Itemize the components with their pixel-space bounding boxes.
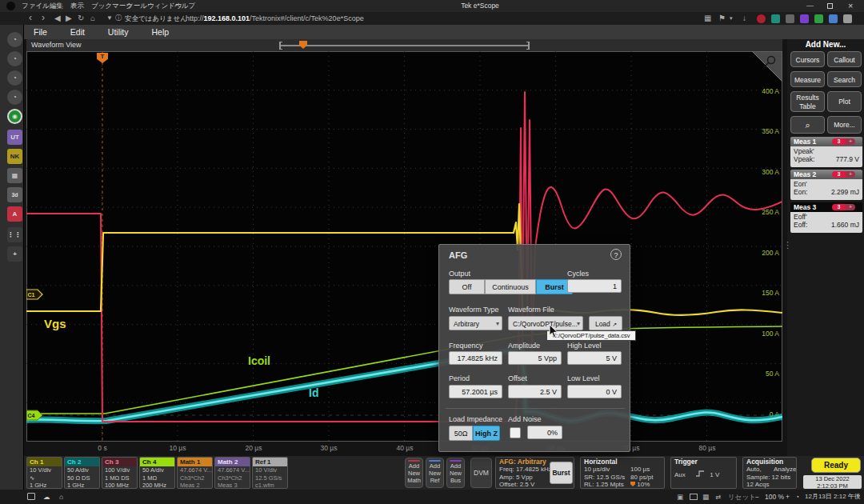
add-new-bus-button[interactable]: Add New Bus — [446, 458, 465, 488]
back-icon[interactable]: ‹ — [29, 11, 32, 24]
add-noise-checkbox[interactable] — [510, 427, 521, 438]
next-icon[interactable]: ▶ — [66, 12, 72, 25]
math1-badge[interactable]: Math 1 47.6674 V... Ch3*Ch2 Meas 2 — [177, 457, 213, 489]
grid-panels-icon[interactable]: ▦ — [704, 12, 711, 25]
callout-button[interactable]: Callout — [827, 51, 862, 67]
ch2-badge[interactable]: Ch 2 50 A/div 50 Ω DS 1 GHz — [64, 457, 100, 489]
high-level-field[interactable]: 5 V — [567, 351, 622, 365]
info-icon[interactable]: ⓘ — [115, 12, 122, 25]
meas1-add-icon[interactable]: + — [846, 138, 855, 145]
help-icon[interactable]: ? — [610, 249, 622, 260]
menu-edit-jp[interactable]: 編集 — [50, 0, 63, 12]
menu-file-jp[interactable]: ファイル — [22, 0, 50, 12]
impedance-highz-button[interactable]: High Z — [473, 426, 500, 441]
dock-nk-icon[interactable]: NK — [7, 149, 22, 164]
meas2-body[interactable]: Eon' Eon:2.299 mJ — [790, 179, 862, 200]
ch3-badge[interactable]: Ch 3 100 V/div 1 MΩ DS 100 MHz — [102, 457, 138, 489]
dock-a-icon[interactable]: A — [7, 206, 22, 222]
ext-purple-icon[interactable] — [800, 14, 809, 23]
period-field[interactable]: 57.2001 µs — [449, 385, 502, 398]
meas3-body[interactable]: Eoff' Eoff:1.660 mJ — [790, 212, 862, 233]
add-new-math-button[interactable]: Add New Math — [405, 458, 423, 488]
panel-splitter-handle[interactable]: ⋮ — [783, 240, 792, 250]
frequency-field[interactable]: 17.4825 kHz — [449, 351, 502, 365]
more-button[interactable]: More... — [827, 116, 862, 134]
dock-qr-icon[interactable]: ▦ — [7, 168, 22, 183]
ch4-badge[interactable]: Ch 4 50 A/div 1 MΩ 200 MHz — [139, 457, 175, 489]
app-menu-file[interactable]: File — [34, 27, 47, 37]
taskbar-window-icon[interactable] — [27, 493, 35, 500]
taskbar-camera-icon[interactable]: ▣ — [677, 490, 683, 504]
dvm-button[interactable]: DVM — [470, 458, 492, 488]
meas3-add-icon[interactable]: + — [846, 204, 855, 210]
zoom-in-icon[interactable]: + — [786, 490, 790, 504]
download-icon[interactable]: ↓ — [742, 12, 746, 25]
zoom-select-button[interactable]: ⌕ — [790, 116, 825, 134]
acquisition-badge[interactable]: Acquisition Auto,Analyze Sample: 12 bits… — [742, 457, 797, 489]
zoom-level[interactable]: 100 % — [765, 490, 784, 504]
results-table-button[interactable]: Results Table — [790, 91, 825, 112]
output-off-button[interactable]: Off — [449, 279, 485, 294]
minimize-icon[interactable]: — — [806, 0, 814, 12]
load-button[interactable]: Load ↗ — [589, 316, 622, 330]
dock-tab-icon-1[interactable]: ◔ — [7, 32, 22, 47]
taskbar-image-icon[interactable]: ▦ — [702, 490, 709, 504]
menu-tools-jp[interactable]: ツール — [126, 0, 147, 12]
ext-arrow-icon[interactable] — [829, 14, 838, 23]
zoom-out-icon[interactable]: − — [755, 490, 759, 504]
pan-zoom-left-bracket[interactable] — [279, 42, 282, 50]
taskbar-cloud-icon[interactable]: ☁ — [43, 490, 50, 504]
channel-marker-c1[interactable]: C1 — [26, 290, 42, 299]
prev-icon[interactable]: ◀ — [54, 12, 61, 25]
pan-zoom-strip[interactable] — [279, 45, 530, 46]
dock-add-icon[interactable]: + — [7, 246, 22, 262]
maximize-icon[interactable] — [827, 3, 833, 9]
dock-ut-icon[interactable]: UT — [7, 130, 22, 145]
meas1-body[interactable]: Vpeak' Vpeak:777.9 V — [790, 146, 862, 167]
dock-3d-icon[interactable]: 3d — [7, 187, 22, 202]
trigger-badge[interactable]: Trigger Aux 1 V — [670, 457, 737, 489]
meas2-add-icon[interactable]: + — [846, 171, 855, 178]
app-menu-utility[interactable]: Utility — [108, 27, 129, 37]
math2-badge[interactable]: Math 2 47.6674 V... Ch3*Ch2 Meas 3 — [214, 457, 250, 489]
ref1-badge[interactable]: Ref 1 10 V/div 12.5 GS/s c1.wfm — [252, 457, 288, 489]
offset-field[interactable]: 2.5 V — [508, 385, 562, 398]
dock-active-app-icon[interactable]: ◉ — [7, 109, 22, 124]
chevron-down-icon[interactable]: ▾ — [730, 12, 733, 25]
waveform-type-dropdown[interactable]: Arbitrary▾ — [449, 316, 502, 330]
plot-button[interactable]: Plot — [827, 91, 862, 112]
menu-help-jp[interactable]: ヘルプ — [174, 0, 195, 12]
measure-button[interactable]: Measure — [790, 71, 825, 87]
ext-gray-icon[interactable] — [786, 14, 794, 23]
browser-app-icon[interactable] — [6, 2, 15, 10]
pan-zoom-right-bracket[interactable] — [526, 42, 530, 50]
dock-grid-icon[interactable]: ⋮⋮ — [7, 227, 22, 242]
taskbar-monitor-icon[interactable] — [690, 494, 698, 500]
taskbar-sync-icon[interactable]: ⇄ — [715, 490, 721, 504]
close-icon[interactable]: × — [848, 0, 853, 12]
ext-puzzle-icon[interactable] — [843, 14, 852, 23]
waveform-file-dropdown[interactable]: C:/QorvoDPT/pulse...▾ — [508, 316, 583, 330]
amplitude-field[interactable]: 5 Vpp — [508, 351, 562, 365]
horizontal-badge[interactable]: Horizontal 10 µs/div100 µs SR: 12.5 GS/s… — [580, 457, 665, 489]
dock-tab-icon-4[interactable]: ◔ — [7, 90, 22, 105]
dock-tab-icon-3[interactable]: ◔ — [7, 70, 22, 86]
app-menu-help[interactable]: Help — [151, 27, 169, 37]
reset-button[interactable]: リセット — [728, 490, 756, 504]
noise-level-field[interactable]: 0% — [527, 426, 562, 439]
url-bar[interactable]: http://192.168.0.101/Tektronix#/client/c… — [186, 12, 364, 25]
ext-s-icon[interactable] — [771, 14, 780, 23]
taskbar-home-icon[interactable]: ⌂ — [59, 490, 63, 504]
add-new-ref-button[interactable]: Add New Ref — [426, 458, 444, 488]
cycles-field[interactable]: 1 — [567, 279, 622, 293]
dock-tab-icon-2[interactable]: ◔ — [7, 51, 22, 66]
refresh-icon[interactable]: ↻ — [78, 12, 84, 25]
forward-icon[interactable]: › — [42, 11, 45, 24]
impedance-50-button[interactable]: 50Ω — [449, 426, 473, 441]
afg-dialog[interactable]: AFG ? Output Off Continuous Burst Cycles… — [438, 244, 630, 452]
low-level-field[interactable]: 0 V — [567, 385, 622, 398]
output-continuous-button[interactable]: Continuous — [485, 279, 536, 294]
ch1-badge[interactable]: Ch 1 10 V/div ∿ 1 GHz — [26, 457, 62, 489]
bookmark-icon[interactable]: ⚑ — [718, 12, 726, 25]
ext-red-icon[interactable] — [757, 14, 766, 23]
